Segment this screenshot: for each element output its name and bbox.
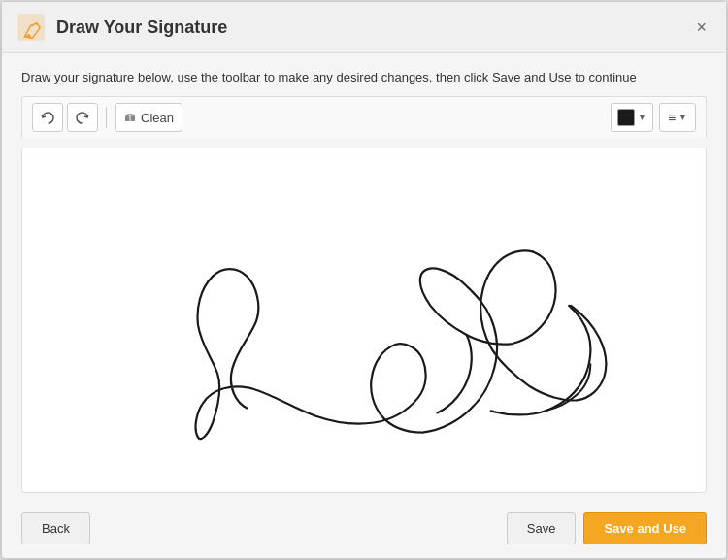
back-button[interactable]: Back: [21, 512, 90, 544]
toolbar-left: Clean: [32, 103, 182, 132]
title-bar-left: Draw Your Signature: [16, 12, 227, 43]
footer-left: Back: [21, 512, 90, 544]
more-options-button[interactable]: ≡ ▼: [659, 103, 696, 132]
toolbar-divider: [106, 107, 107, 128]
eraser-icon: [123, 111, 137, 124]
undo-icon: [41, 111, 54, 124]
draw-signature-dialog: Draw Your Signature × Draw your signatur…: [1, 1, 727, 559]
color-arrow-icon: ▼: [638, 113, 646, 122]
signature-canvas[interactable]: [21, 148, 707, 493]
footer-right: Save Save and Use: [507, 512, 707, 544]
toolbar-right: ▼ ≡ ▼: [611, 103, 696, 132]
signature-toolbar: Clean ▼ ≡ ▼: [21, 96, 707, 138]
redo-icon: [76, 111, 89, 124]
close-button[interactable]: ×: [690, 16, 712, 40]
clean-button[interactable]: Clean: [115, 103, 182, 132]
instruction-text: Draw your signature below, use the toolb…: [21, 69, 707, 86]
title-bar: Draw Your Signature ×: [2, 2, 726, 53]
clean-label: Clean: [141, 111, 174, 125]
signature-drawing: [22, 148, 706, 492]
redo-button[interactable]: [67, 103, 98, 132]
save-and-use-button[interactable]: Save and Use: [583, 512, 707, 544]
menu-icon: ≡: [668, 110, 676, 125]
dialog-footer: Back Save Save and Use: [2, 503, 726, 558]
color-picker-button[interactable]: ▼: [611, 103, 653, 132]
undo-button[interactable]: [32, 103, 63, 132]
save-button[interactable]: Save: [507, 512, 577, 544]
pen-icon: [16, 12, 47, 43]
dialog-title: Draw Your Signature: [56, 17, 227, 38]
color-swatch: [617, 109, 635, 126]
menu-arrow-icon: ▼: [678, 113, 687, 122]
dialog-content: Draw your signature below, use the toolb…: [2, 53, 726, 503]
